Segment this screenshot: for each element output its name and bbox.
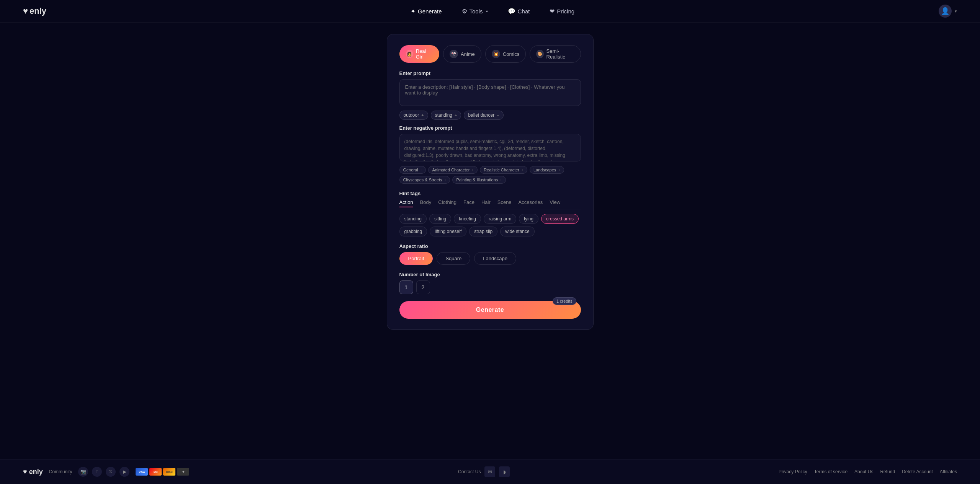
nav-tools[interactable]: ⚙ Tools ▾: [458, 5, 492, 17]
user-avatar[interactable]: 👤: [939, 5, 952, 18]
footer-logo-icon: ♥: [23, 468, 27, 476]
tab-anime-thumb: 🎌: [450, 50, 458, 58]
footer-community[interactable]: Community: [49, 469, 72, 474]
tab-comics-thumb: 💥: [492, 50, 500, 58]
hint-tag-lying[interactable]: lying: [519, 214, 538, 224]
tag-outdoor[interactable]: outdoor +: [399, 111, 428, 120]
footer-email-icon[interactable]: ✉: [484, 466, 495, 477]
num-btn-1[interactable]: 1: [399, 280, 413, 294]
tab-anime-label: Anime: [461, 51, 475, 57]
footer-about[interactable]: About Us: [854, 469, 873, 474]
negative-prompt-section: Enter negative prompt (deformed iris, de…: [399, 125, 581, 184]
hint-nav-clothing[interactable]: Clothing: [438, 199, 456, 207]
tab-semi-realistic[interactable]: 🎨 Semi-Realistic: [530, 45, 581, 63]
tools-icon: ⚙: [462, 8, 467, 15]
hint-tags-list: standing sitting kneeling raising arm ly…: [399, 214, 581, 236]
tab-real-girl-thumb: 👩: [406, 50, 413, 58]
footer-contact[interactable]: Contact Us: [458, 469, 481, 474]
payment-discover: DISC: [163, 468, 175, 476]
neg-tag-animated-plus: +: [471, 168, 474, 172]
hint-tag-kneeling[interactable]: kneeling: [454, 214, 481, 224]
social-twitter[interactable]: 𝕏: [106, 467, 116, 477]
discord-icon: ◗: [503, 469, 506, 475]
footer-inner: ♥ enly Community 📷 f 𝕏 ▶ VISA: [23, 466, 957, 477]
hint-tag-crossed-arms[interactable]: crossed arms: [541, 214, 579, 224]
tab-real-girl-label: Real Girl: [416, 48, 433, 60]
nav-generate[interactable]: ✦ Generate: [407, 5, 446, 17]
footer-refund[interactable]: Refund: [880, 469, 895, 474]
tab-semi-realistic-label: Semi-Realistic: [546, 48, 574, 60]
hint-tag-wide-stance[interactable]: wide stance: [500, 227, 534, 236]
user-icon: 👤: [941, 7, 949, 15]
payment-mastercard: MC: [149, 468, 162, 476]
aspect-square[interactable]: Square: [437, 252, 470, 265]
num-btn-2[interactable]: 2: [416, 280, 430, 294]
nav-center: ✦ Generate ⚙ Tools ▾ 💬 Chat ❤ Pricing: [407, 5, 578, 17]
tag-ballet-dancer[interactable]: ballet dancer +: [464, 111, 503, 120]
aspect-buttons: Portrait Square Landscape: [399, 252, 581, 265]
neg-tag-general[interactable]: General +: [399, 166, 426, 174]
prompt-section: Enter prompt outdoor + standing + ballet…: [399, 70, 581, 120]
neg-tag-realistic-plus: +: [521, 168, 524, 172]
payment-other: ◆: [177, 468, 189, 476]
footer-privacy[interactable]: Privacy Policy: [779, 469, 807, 474]
neg-tag-animated[interactable]: Animated Character +: [428, 166, 478, 174]
navbar: ♥ enly ✦ Generate ⚙ Tools ▾ 💬 Chat ❤ Pri…: [0, 0, 980, 23]
negative-tags: General + Animated Character + Realistic…: [399, 166, 581, 184]
credits-badge: 1 credits: [553, 297, 576, 305]
tag-standing[interactable]: standing +: [431, 111, 461, 120]
hint-nav-body[interactable]: Body: [420, 199, 432, 207]
tab-real-girl[interactable]: 👩 Real Girl: [399, 45, 440, 63]
footer-delete[interactable]: Delete Account: [902, 469, 933, 474]
youtube-icon: ▶: [123, 469, 126, 474]
style-tabs: 👩 Real Girl 🎌 Anime 💥 Comics 🎨 Semi-Real…: [399, 45, 581, 63]
negative-prompt-label: Enter negative prompt: [399, 125, 581, 131]
hint-tag-raising-arm[interactable]: raising arm: [484, 214, 516, 224]
tab-anime[interactable]: 🎌 Anime: [443, 45, 481, 63]
aspect-ratio-section: Aspect ratio Portrait Square Landscape: [399, 243, 581, 265]
num-image-section: Number of Image 1 2: [399, 272, 581, 294]
footer-discord-icon[interactable]: ◗: [499, 466, 510, 477]
generate-section: 1 credits Generate: [399, 301, 581, 319]
hint-nav-action[interactable]: Action: [399, 199, 413, 207]
hint-nav-accesories[interactable]: Accesories: [519, 199, 543, 207]
facebook-icon: f: [97, 469, 98, 474]
neg-tag-painting[interactable]: Painting & Illustrations +: [452, 176, 506, 184]
aspect-portrait[interactable]: Portrait: [399, 252, 433, 265]
negative-prompt-input[interactable]: (deformed iris, deformed pupils, semi-re…: [399, 134, 581, 161]
nav-pricing[interactable]: ❤ Pricing: [546, 5, 578, 17]
hint-tag-strap-slip[interactable]: strap slip: [469, 227, 497, 236]
hint-tag-standing[interactable]: standing: [399, 214, 427, 224]
nav-generate-label: Generate: [418, 8, 442, 15]
hint-tag-sitting[interactable]: sitting: [429, 214, 451, 224]
footer-affiliates[interactable]: Affiliates: [940, 469, 957, 474]
hint-nav-hair[interactable]: Hair: [481, 199, 491, 207]
pricing-icon: ❤: [550, 8, 555, 15]
social-instagram[interactable]: 📷: [78, 467, 88, 477]
nav-right: 👤 ▾: [939, 5, 957, 18]
hint-tag-grabbing[interactable]: grabbing: [399, 227, 427, 236]
hint-nav-scene[interactable]: Scene: [497, 199, 512, 207]
footer-center: Contact Us ✉ ◗: [458, 466, 510, 477]
hint-nav-face[interactable]: Face: [463, 199, 474, 207]
social-youtube[interactable]: ▶: [119, 467, 129, 477]
hint-nav-view[interactable]: View: [550, 199, 560, 207]
nav-pricing-label: Pricing: [557, 8, 574, 15]
prompt-input[interactable]: [399, 79, 581, 106]
social-facebook[interactable]: f: [92, 467, 102, 477]
footer-logo[interactable]: ♥ enly: [23, 468, 43, 476]
hint-tag-lifting-oneself[interactable]: lifting oneself: [430, 227, 466, 236]
neg-tag-realistic[interactable]: Realistic Character +: [480, 166, 527, 174]
neg-tag-cityscapes[interactable]: Cityscapes & Streets +: [399, 176, 450, 184]
generate-icon: ✦: [411, 8, 416, 15]
logo[interactable]: ♥ enly: [23, 6, 46, 16]
hint-tags-section: Hint tags Action Body Clothing Face Hair…: [399, 191, 581, 236]
tab-comics[interactable]: 💥 Comics: [485, 45, 526, 63]
footer-terms[interactable]: Terms of service: [814, 469, 847, 474]
aspect-landscape[interactable]: Landscape: [474, 252, 516, 265]
prompt-label: Enter prompt: [399, 70, 581, 76]
logo-icon: ♥: [23, 6, 28, 16]
neg-tag-landscapes[interactable]: Landscapes +: [530, 166, 564, 174]
user-chevron-icon: ▾: [955, 9, 957, 14]
nav-chat[interactable]: 💬 Chat: [504, 5, 534, 17]
